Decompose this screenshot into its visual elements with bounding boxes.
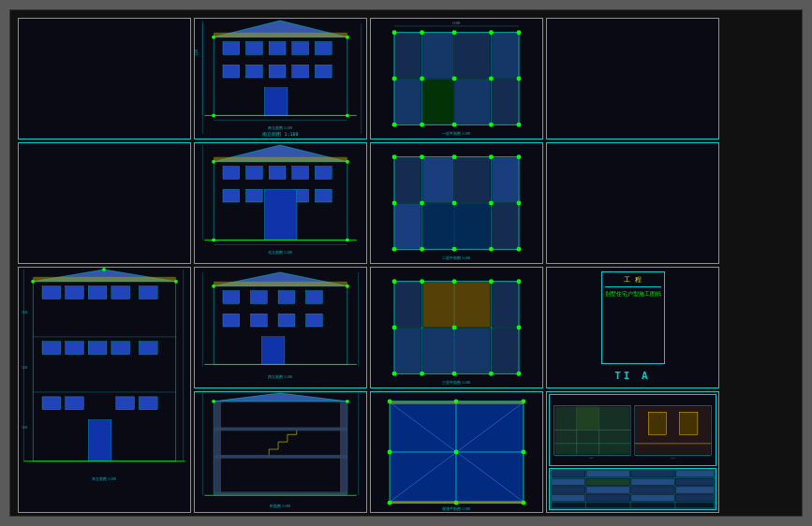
sheet-info-panel: 工 程 别墅住宅户型施工图纸 TI A (546, 267, 719, 388)
svg-rect-189 (214, 455, 347, 459)
svg-point-54 (452, 123, 457, 127)
svg-rect-90 (395, 204, 421, 248)
floor-plan-2-drawing: 二层平面图 1:100 (371, 143, 542, 263)
svg-rect-212 (390, 402, 524, 404)
svg-rect-12 (264, 88, 288, 116)
sheets-container: 南立面图 1:100 3.200 南立面图 1:100 (18, 18, 794, 508)
svg-rect-120 (88, 342, 107, 355)
svg-rect-10 (292, 65, 309, 78)
svg-rect-8 (246, 65, 263, 78)
svg-marker-185 (214, 393, 347, 402)
svg-text:屋顶平面图 1:100: 屋顶平面图 1:100 (442, 506, 470, 511)
svg-rect-32 (395, 34, 421, 78)
svg-rect-61 (246, 167, 263, 180)
svg-rect-113 (42, 286, 61, 300)
svg-rect-62 (269, 167, 286, 180)
sheet-floor-plan-2: 二层平面图 1:100 (370, 142, 543, 264)
svg-rect-246 (586, 487, 629, 493)
svg-point-130 (102, 268, 106, 271)
ti-a-text: TI A (613, 368, 653, 384)
svg-rect-223 (636, 407, 710, 455)
svg-text:1:50: 1:50 (671, 456, 676, 460)
svg-point-52 (392, 123, 397, 127)
svg-rect-119 (66, 342, 84, 355)
svg-point-43 (420, 30, 424, 35)
svg-point-101 (489, 201, 494, 206)
sheet-floor-plan-3: 三层平面图 1:100 (370, 267, 543, 388)
svg-rect-6 (315, 42, 332, 55)
svg-point-94 (420, 154, 424, 159)
sheet-section: 剖面图 1:100 (194, 391, 367, 513)
svg-rect-242 (586, 479, 629, 486)
svg-point-180 (517, 372, 522, 376)
svg-rect-162 (423, 283, 491, 327)
svg-point-96 (489, 154, 494, 159)
svg-rect-117 (139, 286, 157, 300)
svg-point-56 (517, 123, 522, 127)
svg-rect-11 (315, 65, 332, 78)
svg-rect-36 (395, 80, 421, 124)
svg-text:三层平面图 1:100: 三层平面图 1:100 (442, 380, 470, 385)
svg-rect-35 (492, 34, 518, 78)
detail-top: 1:50 1:50 (549, 394, 716, 466)
svg-rect-142 (251, 291, 268, 304)
svg-rect-187 (340, 402, 347, 493)
svg-rect-121 (111, 342, 130, 355)
svg-rect-143 (278, 291, 295, 304)
svg-rect-66 (246, 189, 263, 202)
svg-text:3200: 3200 (22, 311, 27, 314)
legend-box: 工 程 别墅住宅户型施工图纸 (601, 271, 665, 364)
svg-rect-153 (214, 282, 347, 286)
svg-rect-238 (586, 471, 629, 477)
svg-rect-147 (278, 314, 295, 327)
svg-point-76 (346, 238, 349, 241)
svg-rect-37 (423, 80, 453, 124)
svg-rect-91 (423, 204, 491, 248)
svg-point-20 (212, 113, 215, 117)
svg-rect-149 (261, 337, 285, 365)
svg-rect-244 (676, 479, 714, 486)
svg-text:东立面图 1:100: 东立面图 1:100 (92, 476, 116, 481)
svg-rect-118 (42, 342, 61, 355)
svg-point-44 (452, 30, 457, 35)
north-elevation-drawing: 北立面图 1:100 (195, 143, 366, 263)
svg-rect-63 (292, 167, 309, 180)
detail-svg-top: 1:50 1:50 (550, 395, 716, 465)
svg-rect-116 (111, 286, 130, 300)
svg-rect-69 (264, 189, 296, 240)
legend-title-text: 工 程 (624, 276, 641, 284)
svg-point-102 (517, 201, 522, 206)
sheet-empty-1 (18, 18, 191, 139)
svg-point-98 (392, 201, 397, 206)
svg-rect-88 (455, 158, 490, 202)
svg-point-55 (489, 123, 494, 127)
svg-rect-239 (631, 471, 674, 477)
svg-rect-123 (42, 397, 61, 410)
svg-rect-141 (223, 291, 240, 304)
svg-rect-251 (631, 495, 674, 502)
svg-rect-2 (223, 42, 240, 55)
svg-point-21 (346, 113, 349, 117)
svg-rect-92 (492, 204, 518, 248)
svg-point-103 (392, 247, 397, 252)
svg-rect-224 (648, 412, 666, 434)
svg-point-106 (489, 247, 494, 252)
svg-rect-126 (139, 397, 157, 410)
svg-rect-252 (676, 495, 714, 502)
svg-rect-64 (315, 167, 332, 180)
svg-text:南立面图 1:100: 南立面图 1:100 (268, 125, 292, 130)
svg-point-50 (489, 77, 494, 81)
svg-point-208 (521, 450, 525, 455)
project-name: 别墅住宅户型施工图纸 (605, 290, 661, 299)
svg-point-51 (517, 77, 522, 81)
svg-point-176 (392, 372, 397, 376)
svg-rect-145 (223, 314, 240, 327)
svg-rect-237 (552, 471, 584, 477)
svg-rect-124 (66, 397, 84, 410)
svg-rect-89 (492, 158, 518, 202)
svg-point-178 (452, 372, 457, 376)
svg-rect-164 (492, 283, 518, 327)
svg-rect-245 (552, 487, 584, 493)
svg-point-42 (392, 30, 397, 35)
svg-point-177 (420, 372, 424, 376)
